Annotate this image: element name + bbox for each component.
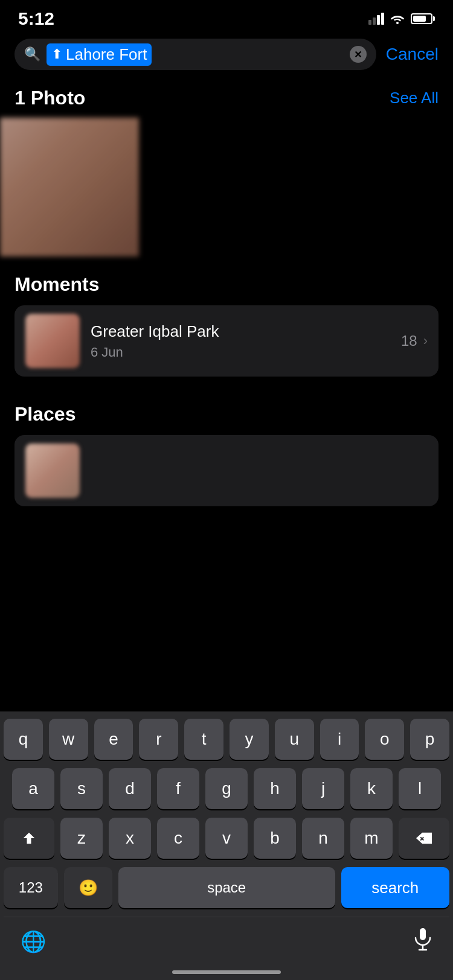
emoji-key[interactable]: 🙂	[64, 867, 112, 908]
key-w[interactable]: w	[49, 719, 88, 760]
key-e[interactable]: e	[94, 719, 133, 760]
key-s[interactable]: s	[60, 768, 103, 809]
location-pin-icon: ⬆	[51, 46, 62, 62]
key-a[interactable]: a	[12, 768, 54, 809]
status-time: 5:12	[18, 8, 54, 29]
keyboard-row-3: z x c v b n m	[4, 818, 449, 859]
delete-key[interactable]	[399, 818, 449, 859]
key-l[interactable]: l	[399, 768, 441, 809]
photos-section-title: 1 Photo	[14, 87, 85, 109]
svg-rect-0	[420, 928, 426, 940]
moment-info: Greater Iqbal Park 6 Jun	[91, 322, 390, 360]
places-card[interactable]	[14, 435, 439, 506]
signal-icon	[368, 13, 384, 25]
key-c[interactable]: c	[157, 818, 199, 859]
moment-count-wrap: 18 ›	[401, 332, 428, 349]
moment-card[interactable]: Greater Iqbal Park 6 Jun 18 ›	[14, 305, 439, 377]
moment-thumbnail	[25, 314, 80, 368]
key-u[interactable]: u	[275, 719, 314, 760]
keyboard-row-4: 123 🙂 space search	[4, 867, 449, 908]
moment-count: 18	[401, 332, 417, 349]
search-bar[interactable]: 🔍 ⬆ Lahore Fort ✕	[14, 39, 376, 70]
places-thumbnail	[25, 444, 80, 498]
search-query-highlight: ⬆ Lahore Fort	[47, 43, 152, 66]
places-section-title: Places	[14, 403, 439, 425]
key-d[interactable]: d	[109, 768, 151, 809]
globe-icon[interactable]: 🌐	[21, 929, 46, 953]
moment-name: Greater Iqbal Park	[91, 322, 390, 341]
home-bar	[172, 970, 281, 974]
key-h[interactable]: h	[254, 768, 296, 809]
search-bar-container: 🔍 ⬆ Lahore Fort ✕ Cancel	[0, 33, 453, 76]
search-key[interactable]: search	[341, 867, 449, 908]
moment-chevron-icon: ›	[423, 333, 428, 349]
key-y[interactable]: y	[230, 719, 269, 760]
places-section: Places	[0, 386, 453, 516]
key-j[interactable]: j	[302, 768, 344, 809]
clear-search-button[interactable]: ✕	[350, 46, 367, 63]
home-indicator	[4, 966, 449, 980]
space-key[interactable]: space	[118, 867, 335, 908]
keyboard-row-2: a s d f g h j k l	[4, 768, 449, 809]
keyboard: q w e r t y u i o p a s d f g h j k l z …	[0, 711, 453, 980]
photos-section-header: 1 Photo See All	[0, 76, 453, 118]
search-query-text: Lahore Fort	[66, 45, 147, 64]
shift-key[interactable]	[4, 818, 54, 859]
wifi-icon	[390, 13, 405, 24]
key-m[interactable]: m	[350, 818, 393, 859]
moments-section: Moments Greater Iqbal Park 6 Jun 18 ›	[0, 256, 453, 386]
key-b[interactable]: b	[254, 818, 296, 859]
microphone-icon[interactable]	[413, 927, 432, 956]
key-t[interactable]: t	[184, 719, 223, 760]
photo-grid	[0, 118, 453, 256]
search-icon: 🔍	[24, 46, 40, 62]
key-v[interactable]: v	[205, 818, 248, 859]
keyboard-row-1: q w e r t y u i o p	[4, 719, 449, 760]
key-p[interactable]: p	[410, 719, 449, 760]
num-key[interactable]: 123	[4, 867, 58, 908]
key-r[interactable]: r	[139, 719, 178, 760]
photos-see-all-button[interactable]: See All	[390, 89, 439, 107]
key-k[interactable]: k	[350, 768, 393, 809]
battery-icon	[411, 13, 435, 24]
key-q[interactable]: q	[4, 719, 43, 760]
key-f[interactable]: f	[157, 768, 199, 809]
key-z[interactable]: z	[60, 818, 103, 859]
status-bar: 5:12	[0, 0, 453, 33]
keyboard-bottom-row: 🌐	[4, 917, 449, 966]
key-g[interactable]: g	[205, 768, 248, 809]
moments-section-title: Moments	[14, 273, 439, 296]
key-x[interactable]: x	[109, 818, 151, 859]
key-o[interactable]: o	[365, 719, 404, 760]
key-n[interactable]: n	[302, 818, 344, 859]
status-icons	[368, 13, 435, 25]
moment-date: 6 Jun	[91, 345, 390, 360]
key-i[interactable]: i	[320, 719, 359, 760]
photo-thumbnail[interactable]	[0, 118, 139, 256]
cancel-button[interactable]: Cancel	[386, 45, 439, 64]
